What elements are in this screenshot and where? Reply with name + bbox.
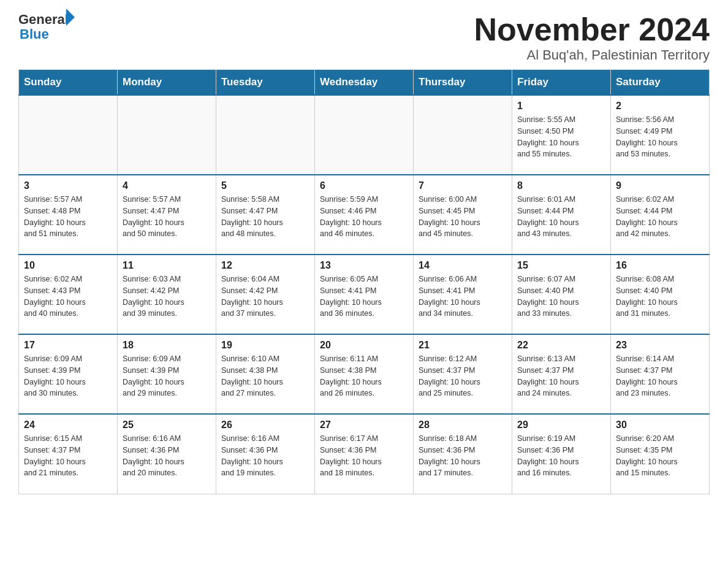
day-info: Sunrise: 6:17 AM Sunset: 4:36 PM Dayligh… [320, 433, 408, 479]
day-info: Sunrise: 6:12 AM Sunset: 4:37 PM Dayligh… [419, 353, 507, 399]
day-info: Sunrise: 6:03 AM Sunset: 4:42 PM Dayligh… [123, 274, 211, 320]
day-number: 27 [320, 419, 408, 431]
calendar-body: 1Sunrise: 5:55 AM Sunset: 4:50 PM Daylig… [19, 95, 710, 494]
day-info: Sunrise: 6:06 AM Sunset: 4:41 PM Dayligh… [419, 274, 507, 320]
day-info: Sunrise: 6:01 AM Sunset: 4:44 PM Dayligh… [517, 194, 605, 240]
calendar-day-cell [216, 95, 315, 175]
calendar-week-row: 24Sunrise: 6:15 AM Sunset: 4:37 PM Dayli… [19, 414, 710, 494]
calendar-week-row: 10Sunrise: 6:02 AM Sunset: 4:43 PM Dayli… [19, 255, 710, 334]
day-info: Sunrise: 6:05 AM Sunset: 4:41 PM Dayligh… [320, 274, 408, 320]
day-info: Sunrise: 5:55 AM Sunset: 4:50 PM Dayligh… [517, 114, 605, 160]
calendar-week-row: 1Sunrise: 5:55 AM Sunset: 4:50 PM Daylig… [19, 95, 710, 175]
calendar-header: SundayMondayTuesdayWednesdayThursdayFrid… [19, 70, 710, 96]
logo: General Blue [18, 12, 75, 42]
day-info: Sunrise: 5:58 AM Sunset: 4:47 PM Dayligh… [221, 194, 309, 240]
calendar-day-cell [315, 95, 414, 175]
day-info: Sunrise: 6:08 AM Sunset: 4:40 PM Dayligh… [616, 274, 704, 320]
day-number: 13 [320, 260, 408, 271]
calendar-day-cell [414, 95, 512, 175]
calendar-day-cell: 15Sunrise: 6:07 AM Sunset: 4:40 PM Dayli… [512, 255, 611, 334]
calendar-week-row: 17Sunrise: 6:09 AM Sunset: 4:39 PM Dayli… [19, 334, 710, 414]
weekday-header-monday: Monday [118, 70, 216, 96]
day-info: Sunrise: 6:02 AM Sunset: 4:44 PM Dayligh… [616, 194, 704, 240]
calendar-week-row: 3Sunrise: 5:57 AM Sunset: 4:48 PM Daylig… [19, 175, 710, 255]
weekday-header-wednesday: Wednesday [315, 70, 414, 96]
calendar-day-cell: 11Sunrise: 6:03 AM Sunset: 4:42 PM Dayli… [118, 255, 216, 334]
calendar-day-cell: 25Sunrise: 6:16 AM Sunset: 4:36 PM Dayli… [118, 414, 216, 494]
logo-triangle-icon [66, 9, 75, 26]
logo-general-text: General [18, 12, 69, 27]
day-info: Sunrise: 6:15 AM Sunset: 4:37 PM Dayligh… [24, 433, 112, 479]
month-title: November 2024 [474, 12, 710, 47]
day-info: Sunrise: 5:57 AM Sunset: 4:48 PM Dayligh… [24, 194, 112, 240]
calendar-day-cell: 10Sunrise: 6:02 AM Sunset: 4:43 PM Dayli… [19, 255, 118, 334]
weekday-header-tuesday: Tuesday [216, 70, 315, 96]
day-info: Sunrise: 6:14 AM Sunset: 4:37 PM Dayligh… [616, 353, 704, 399]
calendar-day-cell: 26Sunrise: 6:16 AM Sunset: 4:36 PM Dayli… [216, 414, 315, 494]
day-number: 20 [320, 340, 408, 351]
day-number: 6 [320, 180, 408, 191]
weekday-header-sunday: Sunday [19, 70, 118, 96]
day-info: Sunrise: 5:57 AM Sunset: 4:47 PM Dayligh… [123, 194, 211, 240]
weekday-header-thursday: Thursday [414, 70, 512, 96]
calendar-table: SundayMondayTuesdayWednesdayThursdayFrid… [18, 69, 710, 494]
day-number: 19 [221, 340, 309, 351]
day-info: Sunrise: 6:02 AM Sunset: 4:43 PM Dayligh… [24, 274, 112, 320]
day-number: 23 [616, 340, 704, 351]
calendar-day-cell: 6Sunrise: 5:59 AM Sunset: 4:46 PM Daylig… [315, 175, 414, 255]
day-info: Sunrise: 6:16 AM Sunset: 4:36 PM Dayligh… [221, 433, 309, 479]
location-subtitle: Al Buq'ah, Palestinian Territory [474, 47, 710, 63]
calendar-day-cell: 7Sunrise: 6:00 AM Sunset: 4:45 PM Daylig… [414, 175, 512, 255]
page-header: General Blue November 2024 Al Buq'ah, Pa… [18, 12, 710, 63]
day-info: Sunrise: 6:00 AM Sunset: 4:45 PM Dayligh… [419, 194, 507, 240]
calendar-day-cell: 4Sunrise: 5:57 AM Sunset: 4:47 PM Daylig… [118, 175, 216, 255]
day-info: Sunrise: 6:19 AM Sunset: 4:36 PM Dayligh… [517, 433, 605, 479]
calendar-day-cell: 8Sunrise: 6:01 AM Sunset: 4:44 PM Daylig… [512, 175, 611, 255]
calendar-day-cell: 21Sunrise: 6:12 AM Sunset: 4:37 PM Dayli… [414, 334, 512, 414]
day-info: Sunrise: 6:09 AM Sunset: 4:39 PM Dayligh… [24, 353, 112, 399]
day-number: 2 [616, 101, 704, 112]
day-number: 14 [419, 260, 507, 271]
day-number: 28 [419, 419, 507, 431]
calendar-day-cell: 16Sunrise: 6:08 AM Sunset: 4:40 PM Dayli… [611, 255, 710, 334]
day-info: Sunrise: 6:04 AM Sunset: 4:42 PM Dayligh… [221, 274, 309, 320]
day-info: Sunrise: 6:10 AM Sunset: 4:38 PM Dayligh… [221, 353, 309, 399]
calendar-day-cell: 17Sunrise: 6:09 AM Sunset: 4:39 PM Dayli… [19, 334, 118, 414]
day-info: Sunrise: 6:18 AM Sunset: 4:36 PM Dayligh… [419, 433, 507, 479]
day-info: Sunrise: 6:09 AM Sunset: 4:39 PM Dayligh… [123, 353, 211, 399]
day-info: Sunrise: 6:11 AM Sunset: 4:38 PM Dayligh… [320, 353, 408, 399]
day-number: 25 [123, 419, 211, 431]
day-number: 26 [221, 419, 309, 431]
day-number: 11 [123, 260, 211, 271]
day-number: 17 [24, 340, 112, 351]
calendar-day-cell: 13Sunrise: 6:05 AM Sunset: 4:41 PM Dayli… [315, 255, 414, 334]
calendar-day-cell: 22Sunrise: 6:13 AM Sunset: 4:37 PM Dayli… [512, 334, 611, 414]
day-number: 1 [517, 101, 605, 112]
calendar-day-cell: 20Sunrise: 6:11 AM Sunset: 4:38 PM Dayli… [315, 334, 414, 414]
day-number: 10 [24, 260, 112, 271]
day-number: 24 [24, 419, 112, 431]
day-info: Sunrise: 6:20 AM Sunset: 4:35 PM Dayligh… [616, 433, 704, 479]
calendar-day-cell: 24Sunrise: 6:15 AM Sunset: 4:37 PM Dayli… [19, 414, 118, 494]
calendar-day-cell: 19Sunrise: 6:10 AM Sunset: 4:38 PM Dayli… [216, 334, 315, 414]
day-info: Sunrise: 6:13 AM Sunset: 4:37 PM Dayligh… [517, 353, 605, 399]
day-number: 9 [616, 180, 704, 191]
day-number: 7 [419, 180, 507, 191]
calendar-day-cell: 12Sunrise: 6:04 AM Sunset: 4:42 PM Dayli… [216, 255, 315, 334]
weekday-header-friday: Friday [512, 70, 611, 96]
day-number: 4 [123, 180, 211, 191]
day-info: Sunrise: 6:16 AM Sunset: 4:36 PM Dayligh… [123, 433, 211, 479]
day-number: 5 [221, 180, 309, 191]
calendar-day-cell: 29Sunrise: 6:19 AM Sunset: 4:36 PM Dayli… [512, 414, 611, 494]
day-info: Sunrise: 5:59 AM Sunset: 4:46 PM Dayligh… [320, 194, 408, 240]
calendar-day-cell: 18Sunrise: 6:09 AM Sunset: 4:39 PM Dayli… [118, 334, 216, 414]
day-info: Sunrise: 5:56 AM Sunset: 4:49 PM Dayligh… [616, 114, 704, 160]
day-number: 16 [616, 260, 704, 271]
calendar-day-cell [118, 95, 216, 175]
calendar-day-cell: 9Sunrise: 6:02 AM Sunset: 4:44 PM Daylig… [611, 175, 710, 255]
day-number: 22 [517, 340, 605, 351]
calendar-day-cell: 27Sunrise: 6:17 AM Sunset: 4:36 PM Dayli… [315, 414, 414, 494]
weekday-header-saturday: Saturday [611, 70, 710, 96]
calendar-day-cell: 2Sunrise: 5:56 AM Sunset: 4:49 PM Daylig… [611, 95, 710, 175]
day-number: 21 [419, 340, 507, 351]
